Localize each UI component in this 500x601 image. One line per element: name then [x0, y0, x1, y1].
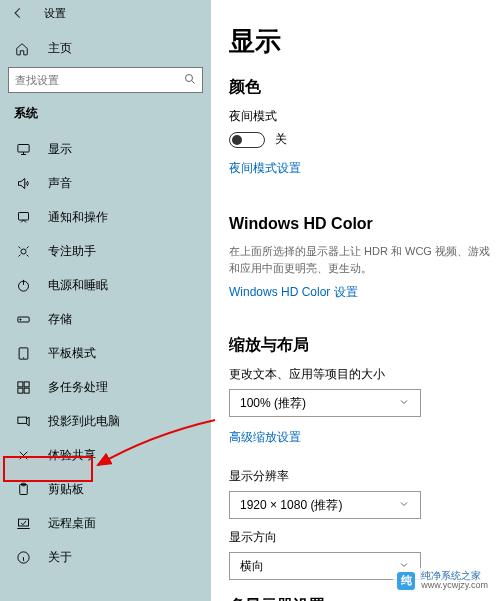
home-label: 主页: [48, 40, 72, 57]
page-title: 显示: [229, 24, 500, 59]
svg-rect-12: [17, 417, 26, 423]
watermark-site: www.ycwjzy.com: [421, 581, 488, 591]
sidebar-item-label: 显示: [48, 141, 72, 158]
svg-rect-2: [18, 212, 28, 220]
sidebar-item-label: 剪贴板: [48, 481, 84, 498]
sidebar-item-label: 远程桌面: [48, 515, 96, 532]
sidebar-item-sound[interactable]: 声音: [0, 166, 211, 200]
power-icon: [14, 276, 32, 294]
sidebar-item-tablet[interactable]: 平板模式: [0, 336, 211, 370]
sidebar-item-about[interactable]: 关于: [0, 540, 211, 574]
svg-rect-1: [17, 144, 28, 152]
hdcolor-link[interactable]: Windows HD Color 设置: [229, 284, 358, 301]
sidebar-item-notifications[interactable]: 通知和操作: [0, 200, 211, 234]
svg-rect-15: [18, 519, 28, 526]
clipboard-icon: [14, 480, 32, 498]
sidebar-item-remote[interactable]: 远程桌面: [0, 506, 211, 540]
sidebar-menu: 显示 声音 通知和操作 专注助手 电源和睡眠 存储 平板模式 多任务处理: [0, 132, 211, 574]
search-field[interactable]: [15, 74, 184, 86]
section-title: 系统: [0, 105, 211, 132]
watermark-logo: 纯: [397, 572, 415, 590]
project-icon: [14, 412, 32, 430]
storage-icon: [14, 310, 32, 328]
sidebar-item-clipboard[interactable]: 剪贴板: [0, 472, 211, 506]
resolution-label: 显示分辨率: [229, 468, 500, 485]
titlebar: 设置: [0, 0, 211, 26]
svg-rect-8: [17, 381, 22, 386]
sidebar-item-label: 通知和操作: [48, 209, 108, 226]
sidebar-item-label: 投影到此电脑: [48, 413, 120, 430]
tablet-icon: [14, 344, 32, 362]
toggle-state: 关: [275, 131, 287, 148]
scale-heading: 缩放与布局: [229, 335, 500, 356]
text-size-value: 100% (推荐): [240, 395, 306, 412]
home-icon: [14, 41, 30, 57]
resolution-value: 1920 × 1080 (推荐): [240, 497, 342, 514]
sidebar-item-multitask[interactable]: 多任务处理: [0, 370, 211, 404]
orientation-label: 显示方向: [229, 529, 500, 546]
hdcolor-desc: 在上面所选择的显示器上让 HDR 和 WCG 视频、游戏和应用中面更明亮、更生动…: [229, 243, 500, 276]
sidebar-item-power[interactable]: 电源和睡眠: [0, 268, 211, 302]
text-size-label: 更改文本、应用等项目的大小: [229, 366, 500, 383]
sound-icon: [14, 174, 32, 192]
chevron-down-icon: [398, 396, 410, 411]
focus-icon: [14, 242, 32, 260]
night-mode-label: 夜间模式: [229, 108, 500, 125]
watermark: 纯 纯净系统之家 www.ycwjzy.com: [393, 568, 492, 593]
sidebar-item-label: 声音: [48, 175, 72, 192]
svg-point-3: [21, 249, 26, 254]
sidebar-item-storage[interactable]: 存储: [0, 302, 211, 336]
multitask-icon: [14, 378, 32, 396]
monitor-icon: [14, 140, 32, 158]
night-mode-toggle[interactable]: [229, 132, 265, 148]
hdcolor-heading: Windows HD Color: [229, 215, 500, 233]
sidebar-item-shared[interactable]: 体验共享: [0, 438, 211, 472]
svg-point-6: [19, 318, 20, 319]
sidebar-item-display[interactable]: 显示: [0, 132, 211, 166]
text-size-select[interactable]: 100% (推荐): [229, 389, 421, 417]
share-icon: [14, 446, 32, 464]
advanced-scale-link[interactable]: 高级缩放设置: [229, 429, 301, 446]
multi-heading: 多显示器设置: [229, 596, 500, 601]
sidebar-item-label: 电源和睡眠: [48, 277, 108, 294]
svg-rect-11: [24, 388, 29, 393]
sidebar-item-label: 平板模式: [48, 345, 96, 362]
svg-rect-9: [24, 381, 29, 386]
sidebar-item-label: 体验共享: [48, 447, 96, 464]
svg-point-0: [186, 75, 193, 82]
sidebar-item-label: 关于: [48, 549, 72, 566]
home-nav[interactable]: 主页: [0, 26, 211, 67]
sidebar-item-label: 专注助手: [48, 243, 96, 260]
chevron-down-icon: [398, 498, 410, 513]
resolution-select[interactable]: 1920 × 1080 (推荐): [229, 491, 421, 519]
main-content: 显示 颜色 夜间模式 关 夜间模式设置 Windows HD Color 在上面…: [211, 0, 500, 601]
svg-rect-10: [17, 388, 22, 393]
sidebar: 设置 主页 系统 显示 声音 通知和操作 专注助手: [0, 0, 211, 601]
sidebar-item-project[interactable]: 投影到此电脑: [0, 404, 211, 438]
night-settings-link[interactable]: 夜间模式设置: [229, 160, 301, 177]
info-icon: [14, 548, 32, 566]
notification-icon: [14, 208, 32, 226]
sidebar-item-label: 存储: [48, 311, 72, 328]
sidebar-item-label: 多任务处理: [48, 379, 108, 396]
remote-icon: [14, 514, 32, 532]
orientation-value: 横向: [240, 558, 264, 575]
back-icon[interactable]: [8, 3, 28, 23]
color-heading: 颜色: [229, 77, 500, 98]
search-icon: [184, 71, 196, 89]
window-title: 设置: [44, 6, 66, 21]
search-input[interactable]: [8, 67, 203, 93]
sidebar-item-focus[interactable]: 专注助手: [0, 234, 211, 268]
